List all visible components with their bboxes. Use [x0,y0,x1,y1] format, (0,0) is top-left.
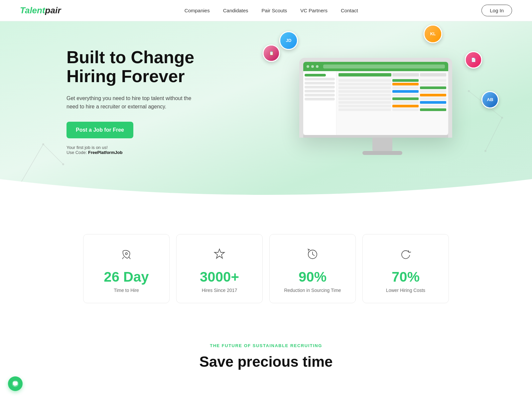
login-button[interactable]: Log In [481,5,512,16]
logo[interactable]: Talentpair [20,5,61,16]
stat-card-2: 90% Reduction in Sourcing Time [269,234,356,303]
screen-body [303,71,448,135]
nav-links: Companies Candidates Pair Scouts VC Part… [185,8,358,13]
screen-header [303,62,448,71]
nav-vc-partners[interactable]: VC Partners [300,8,328,13]
svg-line-10 [20,144,43,184]
svg-point-16 [468,90,470,92]
stat-value-0: 26 Day [90,269,163,285]
hero-section: Built to Change Hiring Forever Get every… [0,21,532,214]
screen-content [336,71,448,135]
svg-line-15 [485,118,502,151]
svg-point-13 [62,163,64,165]
rocket-icon [90,248,163,264]
svg-text:KL: KL [430,32,436,36]
nav-contact[interactable]: Contact [341,8,358,13]
stat-label-2: Reduction in Sourcing Time [276,288,349,293]
svg-point-17 [501,117,503,119]
clock-icon [276,248,349,264]
monitor-screen [303,62,448,135]
stat-card-1: 3000+ Hires Since 2017 [176,234,263,303]
hero-subtitle: Get everything you need to hire top tale… [66,94,200,111]
stat-value-3: 70% [369,269,442,285]
svg-line-11 [43,144,63,164]
post-job-button[interactable]: Post a Job for Free [66,122,133,138]
stat-card-3: 70% Lower Hiring Costs [362,234,449,303]
nav-candidates[interactable]: Candidates [223,8,248,13]
section-tag: THE FUTURE OF SUSTAINABLE RECRUITING [20,343,512,348]
svg-text:📋: 📋 [269,51,274,56]
promo-text: Your first job is on us! Use Code: FreeP… [66,145,226,155]
avatar-2: KL [424,25,442,43]
monitor [299,58,452,138]
svg-point-12 [42,143,44,145]
avatar-3: 📄 [465,51,482,68]
monitor-stand [372,138,392,151]
screen-sidebar [303,71,336,135]
svg-text:📄: 📄 [471,58,476,62]
refresh-icon [369,248,442,264]
avatar-1: JD [279,31,298,50]
svg-point-18 [484,150,486,152]
stat-label-1: Hires Since 2017 [183,288,256,293]
hero-text: Built to Change Hiring Forever Get every… [66,48,226,155]
avatar-5: 📋 [263,45,280,62]
nav-companies[interactable]: Companies [185,8,210,13]
stat-card-0: 26 Day Time to Hire [83,234,170,303]
stat-value-2: 90% [276,269,349,285]
hero-title: Built to Change Hiring Forever [66,48,226,86]
stats-section: 26 Day Time to Hire 3000+ Hires Since 20… [0,214,532,323]
stat-label-3: Lower Hiring Costs [369,288,442,293]
stat-value-1: 3000+ [183,269,256,285]
navbar: Talentpair Companies Candidates Pair Sco… [0,0,532,21]
svg-marker-20 [214,249,224,258]
nav-pair-scouts[interactable]: Pair Scouts [262,8,287,13]
monitor-wrapper [299,58,466,155]
monitor-base [362,151,402,155]
svg-point-19 [125,253,127,255]
svg-text:JD: JD [286,38,292,43]
bottom-section: THE FUTURE OF SUSTAINABLE RECRUITING Sav… [0,323,532,383]
star-icon [183,248,256,264]
stat-label-0: Time to Hire [90,288,163,293]
promo-code: FreePlatformJob [88,150,122,155]
svg-line-14 [469,91,502,118]
section-title: Save precious time [20,353,512,370]
stats-grid: 26 Day Time to Hire 3000+ Hires Since 20… [83,234,449,303]
hero-visual: JD KL 📄 AB 📋 [299,48,466,155]
